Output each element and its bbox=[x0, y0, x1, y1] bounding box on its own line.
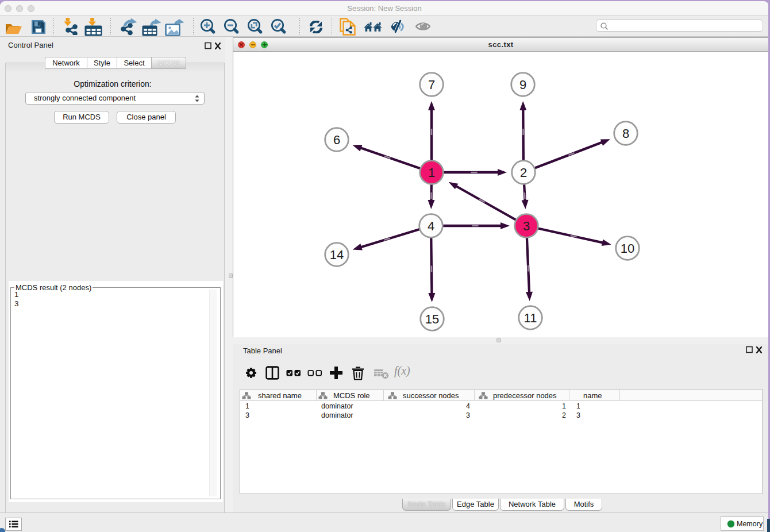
svg-text:14: 14 bbox=[330, 248, 344, 262]
svg-text:3: 3 bbox=[523, 219, 530, 233]
svg-text:6: 6 bbox=[333, 133, 340, 147]
svg-text:7: 7 bbox=[428, 78, 435, 92]
svg-text:1: 1 bbox=[428, 165, 435, 180]
svg-text:11: 11 bbox=[524, 311, 537, 325]
svg-text:9: 9 bbox=[519, 78, 526, 92]
svg-text:10: 10 bbox=[621, 241, 634, 256]
svg-text:4: 4 bbox=[428, 219, 434, 233]
svg-text:15: 15 bbox=[425, 312, 439, 326]
svg-text:8: 8 bbox=[622, 126, 629, 141]
svg-text:2: 2 bbox=[520, 165, 527, 180]
